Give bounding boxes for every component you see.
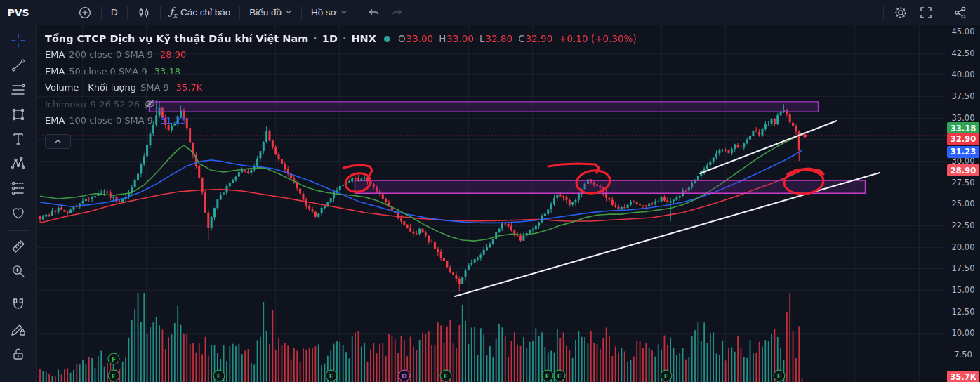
forecast-tool[interactable] — [5, 177, 32, 202]
price-tag-ema50: 33.18 — [947, 122, 979, 134]
xabcd-pattern-tool[interactable] — [5, 152, 32, 177]
indicators-button[interactable]: ƒx Các chỉ báo — [165, 3, 236, 22]
trend-line-tool[interactable] — [5, 54, 32, 79]
price-tick: 12.50 — [946, 307, 980, 317]
event-marker-f[interactable]: F — [326, 370, 338, 382]
undo-icon — [366, 6, 380, 20]
chart-style-button[interactable] — [132, 3, 156, 22]
indicator-row-ema-200-close-0-sma-9[interactable]: EMA200 close 0 SMA 928.90 — [45, 46, 637, 63]
market-status-dot — [384, 36, 390, 42]
eye-off-icon[interactable] — [144, 98, 155, 110]
toolbar-separator — [239, 6, 240, 20]
price-tick: 15.00 — [946, 285, 980, 295]
magnet-icon — [10, 296, 27, 315]
emoji-icon — [10, 204, 27, 223]
shapes-icon — [10, 106, 27, 125]
fib-retracement-icon — [10, 81, 27, 100]
toolbar-separator — [101, 6, 102, 20]
timeframe-label: D — [111, 7, 118, 18]
symbol-legend-row[interactable]: Tổng CTCP Dịch vụ Kỹ thuật Dầu khí Việt … — [45, 31, 637, 46]
share-button[interactable] — [948, 2, 973, 23]
event-marker-f[interactable]: F — [554, 370, 566, 382]
symbol-add-button[interactable] — [73, 3, 97, 22]
profile-menu-button[interactable]: Hồ sơ — [306, 4, 352, 20]
indicators-label: Các chỉ báo — [180, 7, 230, 18]
price-tick: 25.00 — [946, 199, 980, 209]
event-marker-d[interactable]: D — [399, 370, 411, 382]
drawing-toolbar — [0, 25, 37, 382]
undo-button[interactable] — [362, 3, 385, 22]
symbol-title: Tổng CTCP Dịch vụ Kỹ thuật Dầu khí Việt … — [45, 33, 308, 44]
toolbar-separator — [301, 6, 302, 20]
xabcd-pattern-icon — [10, 155, 27, 174]
price-change: +0.10 (+0.30%) — [559, 33, 636, 44]
fullscreen-button[interactable] — [913, 2, 939, 23]
candlestick-icon — [137, 6, 151, 20]
toolbar-separator — [357, 6, 357, 20]
chart-menu-button[interactable]: Biểu đồ — [244, 4, 297, 20]
chevron-down-icon — [340, 7, 347, 18]
drawing-mode-tool[interactable] — [5, 318, 32, 343]
toolbar-divider — [8, 289, 29, 289]
event-marker-f[interactable]: F — [661, 370, 673, 382]
lock-drawings-icon — [10, 345, 27, 364]
redo-button[interactable] — [385, 3, 409, 22]
forecast-icon — [10, 180, 27, 199]
indicator-row-ichimoku-9-26-52-26[interactable]: Ichimoku9 26 52 26 — [45, 96, 637, 113]
price-tick: 42.50 — [946, 48, 980, 58]
price-tick: 17.50 — [946, 263, 980, 273]
lock-drawings-tool[interactable] — [5, 343, 32, 367]
text-icon — [10, 131, 27, 150]
price-tick: 37.50 — [946, 91, 980, 101]
timeframe-button[interactable]: D — [106, 4, 123, 20]
magnet-tool[interactable] — [5, 294, 32, 318]
indicator-row-ema-50-close-0-sma-9[interactable]: EMA50 close 0 SMA 933.18 — [45, 63, 637, 80]
price-tick: 7.50 — [946, 350, 980, 360]
toolbar-separator — [160, 6, 161, 20]
indicator-row-volume-kh-i-l-ng-sma-9[interactable]: Volume - Khối lượngSMA 935.7K — [45, 79, 637, 96]
price-tick: 27.50 — [946, 178, 980, 187]
event-marker-f[interactable]: F — [108, 370, 120, 382]
volume-tag: 35.7K — [947, 371, 979, 382]
top-toolbar: PVS D ƒx Các chỉ báo — [0, 0, 980, 25]
fx-icon: ƒx — [170, 6, 177, 19]
chart-legend: Tổng CTCP Dịch vụ Kỹ thuật Dầu khí Việt … — [45, 31, 637, 129]
drawing-mode-icon — [10, 321, 27, 340]
ruler-tool[interactable] — [5, 235, 32, 260]
fullscreen-icon — [918, 5, 934, 20]
ruler-icon — [10, 238, 27, 257]
price-tick: 20.00 — [946, 242, 980, 252]
emoji-tool[interactable] — [5, 202, 32, 226]
shapes-tool[interactable] — [5, 103, 32, 128]
price-tick: 40.00 — [946, 70, 980, 79]
price-tick: 22.50 — [946, 220, 980, 230]
crosshair-tool[interactable] — [5, 29, 32, 54]
ohlc-values: O33.00 H33.00 L32.80 C32.90 +0.10 (+0.30… — [398, 33, 637, 44]
legend-collapse-button[interactable] — [45, 134, 71, 149]
price-tag-last-price: 32.90 — [947, 133, 979, 145]
toolbar-separator — [883, 6, 884, 20]
chart-area: Tổng CTCP Dịch vụ Kỹ thuật Dầu khí Việt … — [37, 25, 980, 382]
legend-exchange: HNX — [351, 33, 376, 44]
text-tool[interactable] — [5, 128, 32, 152]
price-tick: 35.00 — [946, 113, 980, 123]
zoom-in-tool[interactable] — [5, 260, 32, 284]
redo-icon — [390, 6, 404, 20]
settings-button[interactable] — [888, 2, 913, 23]
symbol-name[interactable]: PVS — [0, 7, 37, 18]
toolbar-separator — [127, 6, 128, 20]
profile-menu-label: Hồ sơ — [311, 7, 337, 18]
zoom-in-icon — [10, 263, 27, 282]
fib-retracement-tool[interactable] — [5, 79, 32, 103]
trading-app: PVS D ƒx Các chỉ báo — [0, 0, 980, 382]
event-marker-f[interactable]: F — [542, 370, 554, 382]
gear-icon — [893, 5, 908, 20]
price-axis[interactable]: 45.0042.5040.0037.5035.0032.5030.0027.50… — [946, 25, 980, 382]
legend-interval: 1D — [322, 33, 338, 44]
indicator-row-ema-100-close-0-sma-9[interactable]: EMA100 close 0 SMA 931.23 — [45, 112, 637, 129]
event-marker-f[interactable]: F — [774, 370, 786, 382]
event-marker-f[interactable]: F — [213, 370, 225, 382]
trend-line-icon — [10, 57, 27, 76]
event-marker-f[interactable]: F — [108, 353, 120, 365]
event-marker-f[interactable]: F — [440, 370, 452, 382]
